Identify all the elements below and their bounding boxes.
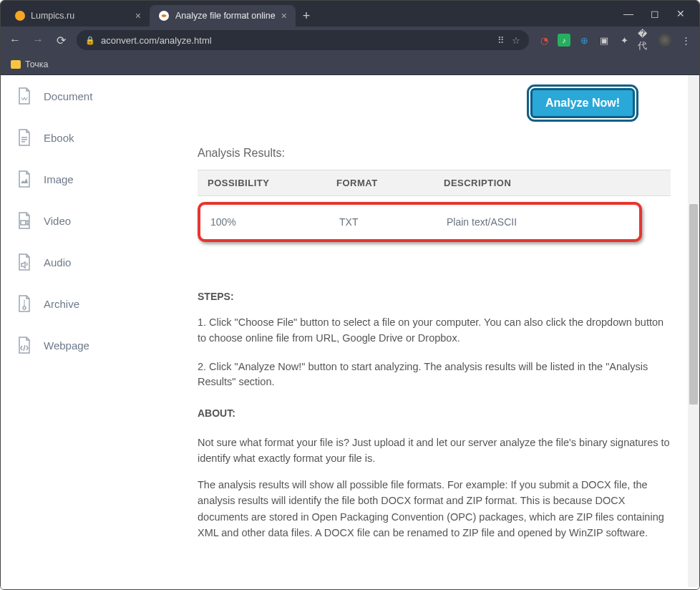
close-icon[interactable]: × xyxy=(135,10,141,21)
cell-format: TXT xyxy=(339,216,447,228)
video-icon xyxy=(16,211,32,230)
bookmark-item[interactable]: Точка xyxy=(11,59,49,69)
sidebar-item-label: Ebook xyxy=(44,132,74,144)
sidebar-item-ebook[interactable]: Ebook xyxy=(1,117,155,158)
folder-icon xyxy=(11,60,21,69)
favicon-icon xyxy=(15,11,25,21)
bookmark-label: Точка xyxy=(25,59,49,69)
close-icon[interactable]: × xyxy=(281,10,287,21)
translate-icon[interactable]: ⠿ xyxy=(497,35,505,46)
minimize-button[interactable]: — xyxy=(623,8,633,19)
sidebar-item-label: Document xyxy=(44,90,92,102)
url-text: aconvert.com/analyze.html xyxy=(101,35,212,46)
webpage-icon xyxy=(16,336,32,354)
back-button[interactable]: ← xyxy=(8,34,22,47)
audio-icon xyxy=(16,253,32,271)
svg-point-2 xyxy=(23,306,26,309)
extension-icon[interactable]: ⊕ xyxy=(578,34,590,47)
svg-rect-1 xyxy=(21,221,26,225)
archive-icon xyxy=(16,294,32,313)
about-text: The analysis results will show all possi… xyxy=(198,477,671,541)
forward-button[interactable]: → xyxy=(31,34,45,47)
bookmark-star-icon[interactable]: ☆ xyxy=(512,35,520,46)
window-controls: — ◻ ✕ xyxy=(609,1,699,26)
address-bar[interactable]: 🔒 aconvert.com/analyze.html ⠿ ☆ xyxy=(77,30,529,50)
sidebar-item-label: Archive xyxy=(44,298,79,310)
bookmarks-bar: Точка xyxy=(1,54,699,75)
profile-avatar[interactable] xyxy=(658,33,672,47)
page-content: Document Ebook Image Video Audio Archive… xyxy=(1,75,699,589)
sidebar-item-webpage[interactable]: Webpage xyxy=(1,324,155,366)
cell-possibility: 100% xyxy=(210,216,339,228)
maximize-button[interactable]: ◻ xyxy=(651,8,659,19)
extension-icon[interactable]: ♪ xyxy=(558,34,570,47)
scrollbar-thumb[interactable] xyxy=(689,204,698,405)
about-title: ABOUT: xyxy=(198,407,671,419)
header-format: FORMAT xyxy=(336,178,444,188)
about-text: Not sure what format your file is? Just … xyxy=(198,435,671,467)
extension-icon[interactable]: ▣ xyxy=(598,34,611,47)
sidebar-item-archive[interactable]: Archive xyxy=(1,283,155,324)
extensions-menu-icon[interactable]: ✦ xyxy=(618,34,631,47)
tab-title: Analyze file format online xyxy=(175,11,276,21)
sidebar-item-document[interactable]: Document xyxy=(1,75,155,117)
ebook-icon xyxy=(16,128,32,147)
step-text: 2. Click "Analyze Now!" button to start … xyxy=(198,359,671,391)
sidebar-item-label: Image xyxy=(44,173,74,185)
favicon-icon xyxy=(158,10,170,21)
browser-tab-aconvert[interactable]: Analyze file format online × xyxy=(150,5,296,26)
sidebar-item-label: Video xyxy=(44,215,71,227)
lock-icon: 🔒 xyxy=(85,36,95,45)
window-titlebar: Lumpics.ru × Analyze file format online … xyxy=(1,1,699,26)
analyze-button[interactable]: Analyze Now! xyxy=(530,88,635,118)
table-row: 100% TXT Plain text/ASCII xyxy=(198,202,642,242)
new-tab-button[interactable]: + xyxy=(296,5,318,26)
browser-tab-lumpics[interactable]: Lumpics.ru × xyxy=(6,5,150,26)
steps-title: STEPS: xyxy=(198,291,671,302)
cell-description: Plain text/ASCII xyxy=(447,216,629,228)
extension-icon[interactable]: ◔ xyxy=(538,34,550,47)
results-table: POSSIBILITY FORMAT DESCRIPTION 100% TXT … xyxy=(198,170,671,242)
sidebar-item-audio[interactable]: Audio xyxy=(1,241,155,283)
header-description: DESCRIPTION xyxy=(444,178,661,188)
extension-icons: ◔ ♪ ⊕ ▣ ✦ �代 ⋮ xyxy=(538,33,692,47)
sidebar-item-label: Webpage xyxy=(44,339,89,352)
reading-list-icon[interactable]: �代 xyxy=(638,34,651,47)
step-text: 1. Click "Choose File" button to select … xyxy=(198,315,671,347)
sidebar-item-label: Audio xyxy=(44,256,71,269)
sidebar: Document Ebook Image Video Audio Archive… xyxy=(1,75,155,589)
menu-icon[interactable]: ⋮ xyxy=(679,34,692,47)
browser-tabs: Lumpics.ru × Analyze file format online … xyxy=(1,1,609,26)
results-title: Analysis Results: xyxy=(198,147,671,160)
image-icon xyxy=(16,170,32,188)
table-header: POSSIBILITY FORMAT DESCRIPTION xyxy=(198,170,671,196)
header-possibility: POSSIBILITY xyxy=(208,178,336,188)
sidebar-item-image[interactable]: Image xyxy=(1,158,155,200)
browser-toolbar: ← → ⟳ 🔒 aconvert.com/analyze.html ⠿ ☆ ◔ … xyxy=(1,26,699,54)
scrollbar[interactable] xyxy=(688,75,699,587)
close-button[interactable]: ✕ xyxy=(676,8,685,19)
tab-title: Lumpics.ru xyxy=(31,11,74,21)
main-content: Analyze Now! Analysis Results: POSSIBILI… xyxy=(155,75,699,589)
reload-button[interactable]: ⟳ xyxy=(54,34,68,47)
sidebar-item-video[interactable]: Video xyxy=(1,200,155,241)
document-icon xyxy=(16,87,32,105)
